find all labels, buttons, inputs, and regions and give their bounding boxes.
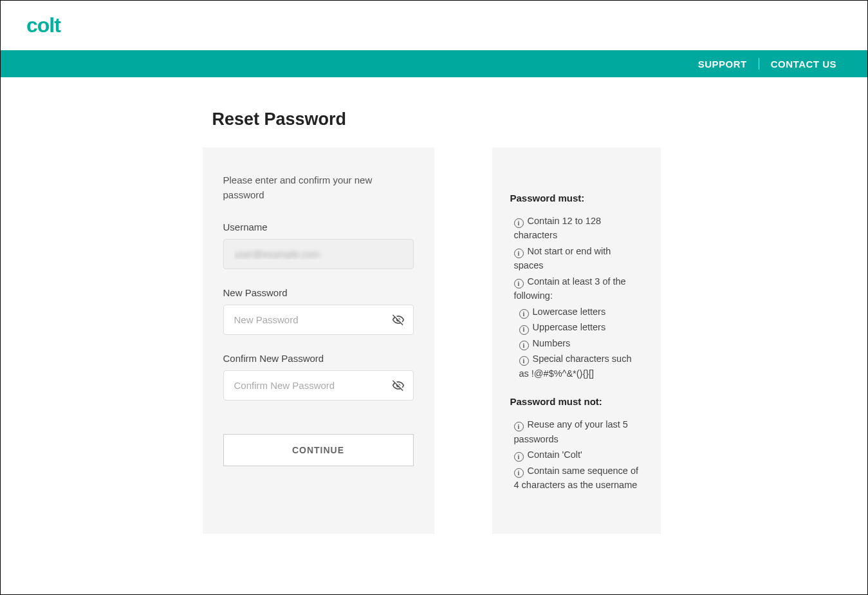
confirm-password-input[interactable] (223, 370, 414, 401)
rule-text: Contain 'Colt' (528, 449, 582, 460)
info-icon: i (514, 249, 524, 258)
nav-bar: SUPPORT CONTACT US (1, 50, 867, 77)
rule-text: Contain 12 to 128 characters (514, 216, 602, 240)
reset-form-card: Please enter and confirm your new passwo… (203, 147, 434, 534)
rule-text: Lowercase letters (533, 307, 606, 317)
rule-item: i Reuse any of your last 5 passwords (510, 417, 643, 446)
info-icon: i (519, 325, 529, 335)
rule-item: i Contain 'Colt' (510, 448, 643, 462)
nav-support-link[interactable]: SUPPORT (687, 59, 759, 70)
rule-text: Reuse any of your last 5 passwords (514, 419, 628, 444)
new-password-label: New Password (223, 287, 414, 298)
content-area: Reset Password Please enter and confirm … (1, 77, 867, 534)
confirm-password-label: Confirm New Password (223, 353, 414, 364)
username-field-group: Username (223, 222, 414, 269)
continue-button[interactable]: CONTINUE (223, 434, 414, 466)
page-title: Reset Password (212, 109, 666, 129)
username-label: Username (223, 222, 414, 232)
info-icon: i (519, 341, 529, 350)
rule-item: i Contain 12 to 128 characters (510, 214, 643, 243)
rule-sub-item: i Uppercase letters (510, 320, 643, 334)
rules-must-not-heading: Password must not: (510, 396, 643, 407)
rules-must-list: i Contain 12 to 128 characters i Not sta… (510, 214, 643, 381)
confirm-password-field-group: Confirm New Password (223, 353, 414, 401)
password-rules-card: Password must: i Contain 12 to 128 chara… (492, 147, 661, 534)
header-top: colt (1, 1, 867, 50)
info-icon: i (514, 279, 524, 288)
rule-text: Special characters such as !@#$%^&*(){}[… (519, 354, 632, 378)
rule-sub-item: i Special characters such as !@#$%^&*(){… (510, 352, 643, 381)
rule-text: Contain at least 3 of the following: (514, 276, 626, 301)
rules-must-not-list: i Reuse any of your last 5 passwords i C… (510, 417, 643, 492)
rule-item: i Contain same sequence of 4 characters … (510, 464, 643, 493)
info-icon: i (514, 422, 524, 431)
rule-text: Not start or end with spaces (514, 246, 611, 270)
info-icon: i (514, 452, 524, 462)
rule-item: i Contain at least 3 of the following: (510, 274, 643, 303)
form-instruction: Please enter and confirm your new passwo… (223, 173, 414, 202)
eye-off-icon[interactable] (391, 378, 406, 393)
rule-item: i Not start or end with spaces (510, 244, 643, 273)
nav-contact-us-link[interactable]: CONTACT US (759, 59, 848, 70)
new-password-field-group: New Password (223, 287, 414, 335)
rule-text: Numbers (533, 338, 571, 348)
info-icon: i (519, 356, 529, 366)
rules-must-heading: Password must: (510, 193, 643, 203)
rule-text: Contain same sequence of 4 characters as… (514, 466, 639, 490)
info-icon: i (514, 218, 524, 228)
new-password-input[interactable] (223, 305, 414, 335)
username-input (223, 239, 414, 269)
rule-text: Uppercase letters (533, 322, 606, 332)
eye-off-icon[interactable] (391, 312, 406, 328)
rule-sub-item: i Numbers (510, 336, 643, 350)
brand-logo: colt (26, 14, 842, 37)
info-icon: i (519, 309, 529, 319)
info-icon: i (514, 468, 524, 478)
rule-sub-item: i Lowercase letters (510, 305, 643, 319)
